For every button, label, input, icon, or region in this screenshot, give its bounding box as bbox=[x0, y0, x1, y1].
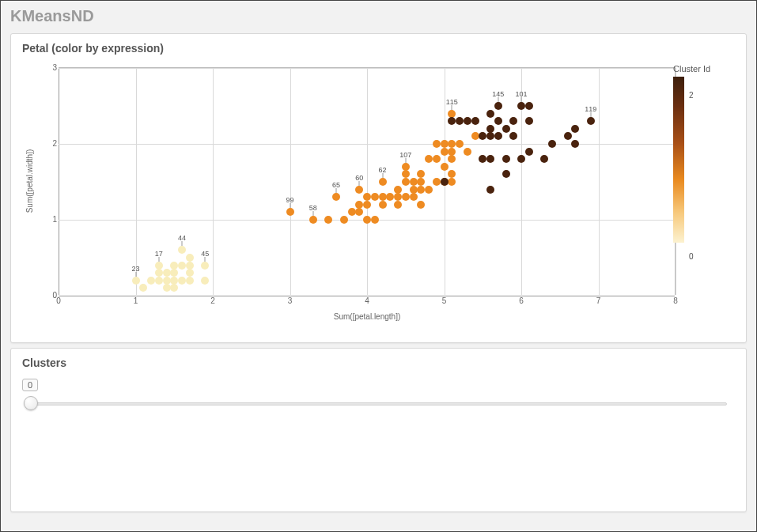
data-point[interactable] bbox=[348, 208, 356, 216]
data-point[interactable] bbox=[525, 148, 533, 156]
data-point[interactable] bbox=[425, 186, 433, 194]
data-point[interactable] bbox=[448, 170, 456, 178]
data-point[interactable] bbox=[425, 155, 433, 163]
data-point[interactable] bbox=[517, 102, 525, 110]
data-point[interactable] bbox=[379, 178, 387, 186]
data-point[interactable] bbox=[394, 186, 402, 194]
data-point[interactable] bbox=[201, 262, 209, 270]
data-point[interactable] bbox=[441, 148, 449, 156]
data-point[interactable] bbox=[571, 125, 579, 133]
data-point[interactable] bbox=[525, 102, 533, 110]
data-point[interactable] bbox=[394, 201, 402, 209]
data-point[interactable] bbox=[417, 178, 425, 186]
data-point[interactable] bbox=[417, 170, 425, 178]
data-point[interactable] bbox=[379, 193, 387, 201]
data-point[interactable] bbox=[155, 262, 163, 270]
data-point[interactable] bbox=[186, 262, 194, 270]
data-point[interactable] bbox=[456, 117, 464, 125]
data-point[interactable] bbox=[355, 186, 363, 194]
data-point[interactable] bbox=[540, 155, 548, 163]
data-point[interactable] bbox=[170, 269, 178, 277]
data-point[interactable] bbox=[178, 262, 186, 270]
data-point[interactable] bbox=[448, 148, 456, 156]
data-point[interactable] bbox=[371, 216, 379, 224]
data-point[interactable] bbox=[441, 163, 449, 171]
data-point[interactable] bbox=[448, 117, 456, 125]
data-point[interactable] bbox=[517, 155, 525, 163]
data-point[interactable] bbox=[448, 178, 456, 186]
data-point[interactable] bbox=[324, 216, 332, 224]
data-point[interactable] bbox=[170, 262, 178, 270]
data-point[interactable] bbox=[386, 193, 394, 201]
data-point[interactable] bbox=[464, 148, 471, 156]
data-point[interactable] bbox=[170, 284, 178, 292]
data-point[interactable] bbox=[494, 102, 502, 110]
data-point[interactable] bbox=[178, 277, 186, 285]
data-point[interactable] bbox=[456, 140, 464, 148]
data-point[interactable] bbox=[394, 193, 402, 201]
data-point[interactable] bbox=[170, 277, 178, 285]
data-point[interactable] bbox=[363, 201, 371, 209]
data-point[interactable] bbox=[486, 125, 494, 133]
data-point[interactable] bbox=[286, 208, 294, 216]
data-point[interactable] bbox=[486, 132, 494, 140]
data-point[interactable] bbox=[332, 193, 340, 201]
data-point[interactable] bbox=[448, 140, 456, 148]
data-point[interactable] bbox=[309, 216, 317, 224]
data-point[interactable] bbox=[417, 186, 425, 194]
data-point[interactable] bbox=[417, 201, 425, 209]
data-point[interactable] bbox=[441, 178, 449, 186]
data-point[interactable] bbox=[448, 155, 456, 163]
data-point[interactable] bbox=[587, 117, 595, 125]
data-point[interactable] bbox=[163, 277, 171, 285]
data-point[interactable] bbox=[139, 284, 147, 292]
data-point[interactable] bbox=[433, 178, 441, 186]
data-point[interactable] bbox=[525, 117, 533, 125]
data-point[interactable] bbox=[132, 277, 140, 285]
data-point[interactable] bbox=[178, 246, 186, 254]
data-point[interactable] bbox=[548, 140, 556, 148]
clusters-slider[interactable] bbox=[22, 394, 735, 413]
slider-handle[interactable] bbox=[24, 396, 38, 410]
data-point[interactable] bbox=[471, 132, 479, 140]
data-point[interactable] bbox=[486, 110, 494, 118]
data-point[interactable] bbox=[355, 201, 363, 209]
data-point[interactable] bbox=[186, 269, 194, 277]
data-point[interactable] bbox=[201, 277, 209, 285]
data-point[interactable] bbox=[441, 140, 449, 148]
data-point[interactable] bbox=[410, 193, 418, 201]
data-point[interactable] bbox=[410, 186, 418, 194]
data-point[interactable] bbox=[402, 178, 410, 186]
data-point[interactable] bbox=[486, 155, 494, 163]
data-point[interactable] bbox=[163, 269, 171, 277]
data-point[interactable] bbox=[502, 155, 510, 163]
data-point[interactable] bbox=[340, 216, 348, 224]
data-point[interactable] bbox=[155, 269, 163, 277]
data-point[interactable] bbox=[410, 178, 418, 186]
data-point[interactable] bbox=[186, 254, 194, 262]
data-point[interactable] bbox=[155, 277, 163, 285]
data-point[interactable] bbox=[186, 277, 194, 285]
data-point[interactable] bbox=[402, 193, 410, 201]
data-point[interactable] bbox=[464, 117, 471, 125]
data-point[interactable] bbox=[448, 110, 456, 118]
data-point[interactable] bbox=[363, 193, 371, 201]
data-point[interactable] bbox=[509, 117, 517, 125]
data-point[interactable] bbox=[564, 132, 572, 140]
data-point[interactable] bbox=[371, 193, 379, 201]
data-point[interactable] bbox=[494, 117, 502, 125]
data-point[interactable] bbox=[509, 132, 517, 140]
data-point[interactable] bbox=[471, 117, 479, 125]
data-point[interactable] bbox=[163, 284, 171, 292]
data-point[interactable] bbox=[355, 208, 363, 216]
data-point[interactable] bbox=[379, 201, 387, 209]
data-point[interactable] bbox=[502, 125, 510, 133]
data-point[interactable] bbox=[494, 132, 502, 140]
data-point[interactable] bbox=[402, 170, 410, 178]
data-point[interactable] bbox=[147, 277, 155, 285]
data-point[interactable] bbox=[479, 155, 486, 163]
data-point[interactable] bbox=[571, 140, 579, 148]
data-point[interactable] bbox=[402, 163, 410, 171]
data-point[interactable] bbox=[363, 216, 371, 224]
data-point[interactable] bbox=[502, 170, 510, 178]
